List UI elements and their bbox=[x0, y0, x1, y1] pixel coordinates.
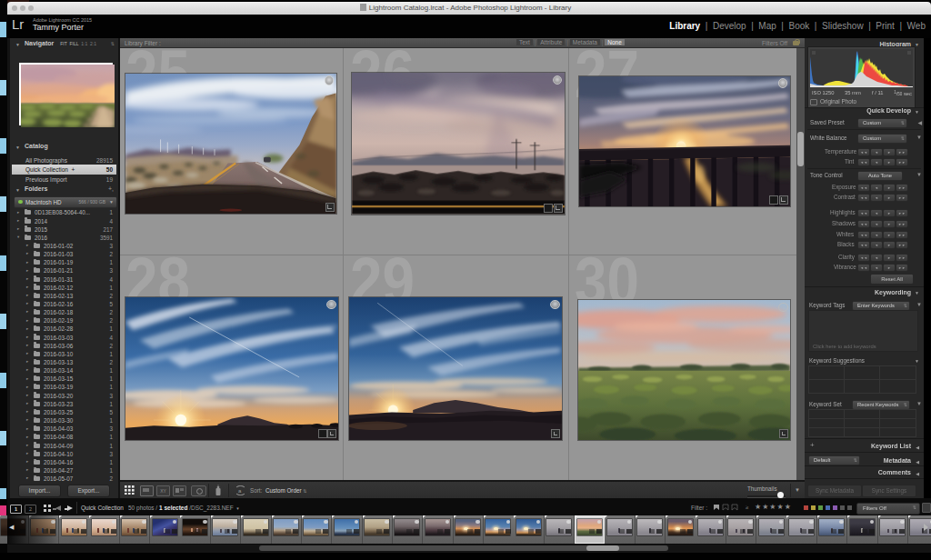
svg-text:a: a bbox=[238, 488, 242, 494]
